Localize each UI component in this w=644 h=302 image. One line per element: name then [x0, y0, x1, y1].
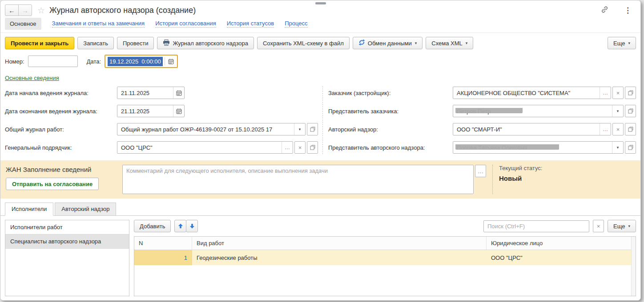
- number-input[interactable]: [28, 56, 78, 67]
- date-value-selected: 19.12.2025 0:00:00: [108, 57, 163, 66]
- side-item-specialisty[interactable]: Специалисты авторского надзора: [5, 234, 129, 249]
- exchange-icon: [358, 39, 365, 47]
- search-input[interactable]: [483, 220, 589, 232]
- main-info-group-link[interactable]: Основные сведения: [5, 75, 59, 81]
- back-button[interactable]: ←: [5, 4, 19, 16]
- open-button[interactable]: [307, 141, 318, 154]
- field-row-supervision-representative: Представитель авторского надзора: Попова…: [328, 141, 636, 154]
- save-xml-button[interactable]: Сохранить XML-схему в файл: [257, 37, 350, 49]
- main-toolbar: Провести и закрыть Записать Провести Жур…: [0, 33, 640, 52]
- add-button[interactable]: Добавить: [134, 220, 171, 232]
- nav-tabs: Основное Замечания и ответы на замечания…: [0, 18, 640, 33]
- side-item-ispolniteli-rabot[interactable]: Исполнители работ: [5, 220, 129, 234]
- dropdown-icon[interactable]: ▾: [294, 123, 305, 135]
- tab-istoriya-statusov[interactable]: История статусов: [227, 20, 274, 28]
- cell-n: 1: [134, 250, 192, 265]
- choose-ellipsis-icon[interactable]: …: [282, 142, 293, 153]
- comment-more-button[interactable]: …: [475, 165, 486, 177]
- tab-osnovnoe[interactable]: Основное: [5, 18, 41, 30]
- choose-ellipsis-icon[interactable]: …: [600, 87, 611, 99]
- supervision-representative-field[interactable]: Попова Татьяна Олеговна ▾: [453, 141, 624, 154]
- fields-right-column: Заказчик (застройщик): АКЦИОНЕРНОЕ ОБЩЕС…: [322, 86, 636, 154]
- clear-button[interactable]: ×: [294, 141, 306, 154]
- post-button[interactable]: Провести: [117, 37, 154, 49]
- write-button[interactable]: Записать: [77, 37, 114, 49]
- chevron-down-icon: ▾: [415, 41, 417, 45]
- favorite-star-icon[interactable]: ☆: [37, 5, 45, 16]
- field-row-author-supervision: Авторский надзор: ООО "СМАРТ-И" … ×: [328, 123, 636, 136]
- tab-istoriya-soglasovaniya[interactable]: История согласования: [155, 20, 216, 28]
- status-block: Текущий статус: Новый: [499, 165, 542, 182]
- field-label: Заказчик (застройщик):: [328, 90, 453, 96]
- task-title: ЖАН Заполнение сведений: [6, 166, 122, 173]
- date-field[interactable]: 19.12.2025 0:00:00: [105, 55, 178, 68]
- col-header-entity[interactable]: Юридическое лицо: [487, 237, 636, 250]
- field-label: Дата окончания ведения журнала:: [5, 108, 117, 115]
- print-journal-button[interactable]: Журнал авторского надзора: [157, 37, 254, 49]
- clear-button[interactable]: ×: [612, 123, 624, 135]
- group-link-row: Основные сведения: [0, 70, 640, 83]
- open-button[interactable]: [625, 105, 636, 117]
- move-down-button[interactable]: [186, 220, 198, 232]
- fields-area: Дата начала ведения журнала: 21.11.2025 …: [0, 83, 640, 159]
- field-label: Представитель заказчика:: [328, 108, 453, 115]
- forward-icon: →: [22, 7, 28, 14]
- author-supervision-field[interactable]: ООО "СМАРТ-И" …: [453, 123, 611, 135]
- field-row-customer: Заказчик (застройщик): АКЦИОНЕРНОЕ ОБЩЕС…: [328, 86, 636, 99]
- general-contractor-field[interactable]: ООО "ЦРС" …: [117, 141, 293, 154]
- tab-ispolniteli[interactable]: Исполнители: [5, 203, 53, 216]
- table-header: N Вид работ Юридическое лицо: [134, 237, 636, 250]
- dropdown-icon[interactable]: ▾: [612, 105, 623, 117]
- post-and-close-button[interactable]: Провести и закрыть: [5, 37, 74, 49]
- clear-button[interactable]: ×: [612, 87, 624, 99]
- customer-field[interactable]: АКЦИОНЕРНОЕ ОБЩЕСТВО "СИСТЕМА" …: [453, 87, 611, 99]
- open-button[interactable]: [625, 87, 636, 99]
- app-window: ← → ☆ Журнал авторского надзора (создани…: [0, 0, 641, 301]
- status-value: Новый: [499, 175, 542, 182]
- comment-wrap: …: [122, 165, 486, 194]
- col-header-n[interactable]: N: [134, 237, 192, 250]
- tab-process[interactable]: Процесс: [285, 20, 307, 28]
- move-up-button[interactable]: [174, 220, 186, 232]
- comment-textarea[interactable]: [122, 165, 474, 194]
- arrow-down-icon: [189, 223, 195, 229]
- calendar-icon[interactable]: [173, 105, 184, 117]
- open-button[interactable]: [307, 123, 318, 135]
- forward-button[interactable]: →: [18, 4, 32, 16]
- general-journal-field[interactable]: Общий журнал работ ОЖР-46139-0027 от 15.…: [117, 123, 306, 135]
- bottom-panel: Исполнители работ Специалисты авторского…: [0, 215, 640, 300]
- open-button[interactable]: [625, 141, 636, 154]
- xml-schema-button[interactable]: Схема XML ▾: [426, 37, 473, 49]
- arrow-up-icon: [178, 223, 183, 229]
- window-menu-icon[interactable]: ⋮: [622, 6, 633, 15]
- data-exchange-button[interactable]: Обмен данными ▾: [353, 37, 423, 49]
- calendar-icon[interactable]: [173, 87, 184, 99]
- table-row[interactable]: 1 Геодезические работы ООО "ЦРС": [134, 250, 636, 265]
- open-button[interactable]: [625, 123, 636, 135]
- field-label: Генеральный подрядчик:: [5, 144, 117, 151]
- col-header-work-type[interactable]: Вид работ: [192, 237, 487, 250]
- end-date-field[interactable]: 21.11.2025: [117, 105, 185, 117]
- window-collapse-handle[interactable]: [315, 2, 326, 4]
- more-button-grid[interactable]: Еще ▾: [608, 220, 636, 232]
- tab-avtorskiy-nadzor[interactable]: Авторский надзор: [55, 203, 116, 216]
- choose-ellipsis-icon[interactable]: …: [600, 123, 611, 135]
- customer-representative-field[interactable]: Петров Петр ▾: [453, 105, 624, 117]
- field-row-start-date: Дата начала ведения журнала: 21.11.2025: [5, 86, 318, 99]
- vertical-scrollbar[interactable]: [631, 237, 636, 296]
- get-link-icon[interactable]: [600, 5, 609, 16]
- field-row-general-journal: Общий журнал работ: Общий журнал работ О…: [5, 123, 318, 136]
- send-for-approval-button[interactable]: Отправить на согласование: [6, 178, 99, 190]
- grid-area: Добавить × Еще ▾: [134, 220, 636, 296]
- calendar-icon[interactable]: [165, 56, 177, 67]
- move-buttons: [174, 220, 198, 232]
- chevron-down-icon: ▾: [466, 41, 468, 45]
- search-clear-button[interactable]: ×: [593, 220, 604, 232]
- field-label: Представитель авторского надзора:: [328, 144, 453, 151]
- field-row-customer-representative: Представитель заказчика: Петров Петр ▾: [328, 104, 636, 118]
- start-date-field[interactable]: 21.11.2025: [117, 87, 185, 99]
- side-list: Исполнители работ Специалисты авторского…: [5, 220, 129, 296]
- more-button-toolbar[interactable]: Еще ▾: [608, 37, 636, 49]
- dropdown-icon[interactable]: ▾: [612, 142, 623, 153]
- tab-zamechaniya[interactable]: Замечания и ответы на замечания: [52, 20, 145, 28]
